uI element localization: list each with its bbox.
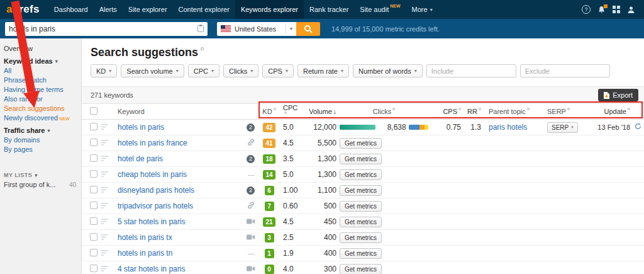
search-button[interactable] xyxy=(296,22,320,36)
ahrefs-logo[interactable]: ahrefs xyxy=(0,3,48,16)
keyword-link[interactable]: tripadvisor paris hotels xyxy=(118,202,193,210)
sidebar-item-search-suggestions[interactable]: Search suggestions xyxy=(4,104,81,113)
keyword-link[interactable]: hotels in paris tx xyxy=(118,233,172,242)
sidebar-item-all[interactable]: All xyxy=(4,66,81,76)
filter-search-volume[interactable]: Search volume▾ xyxy=(121,64,184,77)
get-metrics-button[interactable]: Get metrics xyxy=(340,248,382,259)
nav-item-site-audit[interactable]: Site auditNEW xyxy=(354,0,406,19)
get-metrics-button[interactable]: Get metrics xyxy=(340,169,382,180)
sidebar-item-overview[interactable]: Overview xyxy=(4,44,81,54)
sidebar-item-my-lists[interactable]: MY LISTS▾ xyxy=(4,171,81,180)
get-metrics-button[interactable]: Get metrics xyxy=(340,185,382,196)
sidebar-item-by-domains[interactable]: By domains xyxy=(4,135,81,145)
get-metrics-button[interactable]: Get metrics xyxy=(340,217,382,227)
keyword-link[interactable]: cheap hotels in paris xyxy=(118,170,187,179)
row-checkbox[interactable] xyxy=(90,265,97,272)
keyword-link[interactable]: hotel de paris xyxy=(118,154,163,163)
add-to-list-icon[interactable] xyxy=(101,203,109,208)
sidebar-item-also-rank-for[interactable]: Also rank for xyxy=(4,94,81,104)
add-to-list-icon[interactable] xyxy=(101,187,109,193)
row-checkbox[interactable] xyxy=(90,233,97,241)
get-metrics-button[interactable]: Get metrics xyxy=(340,232,382,243)
row-checkbox[interactable] xyxy=(90,217,97,225)
get-metrics-button[interactable]: Get metrics xyxy=(340,138,382,149)
col-cps[interactable]: CPS xyxy=(443,108,457,115)
add-to-list-icon[interactable] xyxy=(101,171,109,177)
rr-value: 1.3 xyxy=(461,123,481,132)
keyword-query-box xyxy=(5,22,208,36)
row-checkbox[interactable] xyxy=(90,249,97,256)
keyword-search-input[interactable] xyxy=(9,25,197,33)
filter-clicks[interactable]: Clicks▾ xyxy=(223,64,258,77)
clipboard-icon[interactable] xyxy=(197,23,204,35)
filter-cpc[interactable]: CPC▾ xyxy=(188,64,219,77)
parent-topic-link[interactable]: paris hotels xyxy=(489,123,527,132)
include-filter-input[interactable] xyxy=(426,64,516,77)
sidebar-item-keyword-ideas[interactable]: Keyword ideas▾ xyxy=(4,57,81,66)
get-metrics-button[interactable]: Get metrics xyxy=(340,154,382,164)
col-serp[interactable]: SERP xyxy=(547,108,566,115)
filter-kd[interactable]: KD▾ xyxy=(91,64,117,77)
keyword-link[interactable]: 5 star hotels in paris xyxy=(118,217,185,226)
add-to-list-icon[interactable] xyxy=(101,156,109,161)
sidebar-item-phrase-match[interactable]: Phrase match xyxy=(4,76,81,85)
page-title: Search suggestions xyxy=(91,46,644,59)
keyword-link[interactable]: disneyland paris hotels xyxy=(118,186,194,195)
serp-dropdown-button[interactable]: SERP▾ xyxy=(547,122,578,133)
keyword-link[interactable]: hotels in paris france xyxy=(118,139,187,147)
add-to-list-icon[interactable] xyxy=(101,124,109,130)
nav-item-more[interactable]: More▾ xyxy=(406,0,438,19)
export-button[interactable]: Export xyxy=(598,89,638,101)
search-icon xyxy=(304,25,313,33)
sidebar-item-by-pages[interactable]: By pages xyxy=(4,145,81,154)
row-checkbox[interactable] xyxy=(90,154,97,162)
sidebar-item-newly-discovered[interactable]: Newly discoveredNEW xyxy=(4,113,81,123)
row-checkbox[interactable] xyxy=(90,123,97,130)
nav-item-dashboard[interactable]: Dashboard xyxy=(48,0,94,19)
exclude-filter-input[interactable] xyxy=(520,64,610,77)
nav-item-site-explorer[interactable]: Site explorer xyxy=(123,0,173,19)
apps-icon[interactable] xyxy=(613,6,620,13)
refresh-icon[interactable] xyxy=(635,123,641,130)
get-metrics-button[interactable]: Get metrics xyxy=(340,201,382,212)
filter-return-rate[interactable]: Return rate▾ xyxy=(297,64,349,77)
nav-item-keywords-explorer[interactable]: Keywords explorer xyxy=(235,0,304,19)
row-checkbox[interactable] xyxy=(90,186,97,193)
col-parent-topic[interactable]: Parent topic xyxy=(489,108,526,115)
row-checkbox[interactable] xyxy=(90,202,97,209)
nav-item-alerts[interactable]: Alerts xyxy=(94,0,123,19)
get-metrics-button[interactable]: Get metrics xyxy=(340,264,382,274)
col-clicks[interactable]: Clicks xyxy=(373,108,391,115)
sidebar-item-traffic-share[interactable]: Traffic share▾ xyxy=(4,126,81,135)
add-to-list-icon[interactable] xyxy=(101,219,109,224)
col-kd[interactable]: KD xyxy=(262,108,272,115)
col-update[interactable]: Update xyxy=(604,108,626,115)
select-all-checkbox[interactable] xyxy=(90,107,97,115)
row-checkbox[interactable] xyxy=(90,170,97,178)
col-volume[interactable]: Volume xyxy=(309,108,332,115)
notifications-icon[interactable] xyxy=(597,6,606,14)
add-to-list-icon[interactable] xyxy=(101,234,109,240)
add-to-list-icon[interactable] xyxy=(101,250,109,256)
nav-item-rank-tracker[interactable]: Rank tracker xyxy=(304,0,354,19)
help-icon[interactable]: ? xyxy=(582,5,591,14)
nav-item-content-explorer[interactable]: Content explorer xyxy=(173,0,235,19)
row-checkbox[interactable] xyxy=(90,139,97,146)
filter-number-of-words[interactable]: Number of words▾ xyxy=(353,64,423,77)
sidebar-item-having-same-terms[interactable]: Having same terms xyxy=(4,85,81,94)
link-icon xyxy=(247,202,255,211)
add-to-list-icon[interactable] xyxy=(101,140,109,146)
sidebar-item-first-group-of-k[interactable]: First group of k...40 xyxy=(4,180,81,190)
user-icon[interactable] xyxy=(627,6,635,14)
filter-cps[interactable]: CPS▾ xyxy=(262,64,294,77)
col-rr[interactable]: RR xyxy=(467,108,477,115)
col-cpc[interactable]: CPC xyxy=(283,104,297,111)
country-selector[interactable]: United States ▾ xyxy=(217,22,296,36)
keyword-link[interactable]: hotels in paris xyxy=(118,123,164,132)
col-keyword[interactable]: Keyword xyxy=(118,108,145,115)
keyword-link[interactable]: hotels in paris tn xyxy=(118,249,172,258)
kd-badge: 42 xyxy=(263,123,275,132)
add-to-list-icon[interactable] xyxy=(101,266,109,271)
keyword-link[interactable]: 4 star hotels in paris xyxy=(118,265,185,273)
chevron-down-icon: ▾ xyxy=(341,68,343,74)
